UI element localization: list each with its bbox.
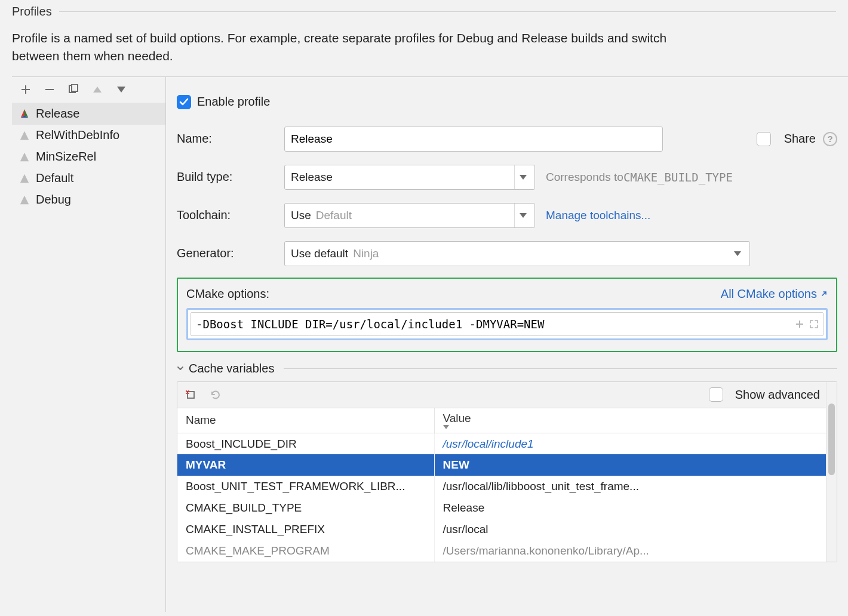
sidebar-profile-item[interactable]: Debug — [12, 189, 165, 211]
profile-form: Enable profile Name: Share ? Build type: — [166, 77, 848, 612]
show-advanced-label: Show advanced — [735, 388, 820, 402]
share-help-icon[interactable]: ? — [823, 132, 837, 146]
cache-cell-name: MYVAR — [177, 454, 434, 476]
cache-toolbar: Show advanced — [177, 382, 826, 408]
move-up-button[interactable] — [90, 82, 105, 97]
cache-table-row[interactable]: CMAKE_MAKE_PROGRAM/Users/marianna.konone… — [177, 540, 826, 562]
remove-profile-button[interactable] — [42, 82, 57, 97]
external-link-icon — [821, 290, 828, 297]
cache-table-row[interactable]: MYVARNEW — [177, 454, 826, 476]
toolchain-row: Toolchain: Use Default Manage toolchains… — [177, 201, 837, 230]
sidebar-profile-item[interactable]: Release — [12, 103, 165, 125]
svg-rect-0 — [45, 89, 54, 90]
sidebar-profile-item[interactable]: RelWithDebInfo — [12, 125, 165, 146]
cache-variables-header[interactable]: Cache variables — [177, 362, 837, 375]
cache-cell-value: Release — [434, 497, 826, 519]
show-advanced-checkbox[interactable] — [709, 387, 723, 402]
cache-table-row[interactable]: CMAKE_BUILD_TYPERelease — [177, 497, 826, 519]
cmake-triangle-icon — [19, 195, 30, 205]
undo-icon — [210, 389, 220, 400]
plus-icon — [795, 320, 804, 328]
chevron-down-icon — [734, 251, 741, 256]
cmake-options-input-wrap — [186, 308, 828, 340]
sidebar-profile-label: MinSizeRel — [36, 150, 96, 164]
build-type-value: Release — [291, 171, 333, 184]
toolchain-value: Default — [316, 209, 352, 222]
cmake-triangle-icon — [19, 130, 30, 141]
share-label: Share — [784, 132, 816, 146]
section-title-text: Profiles — [12, 5, 52, 19]
cmake-options-add-button[interactable] — [795, 320, 804, 328]
cache-cell-value: /Users/marianna.kononenko/Library/Ap... — [434, 540, 826, 562]
cache-cell-name: Boost_UNIT_TEST_FRAMEWORK_LIBR... — [177, 476, 434, 497]
manage-toolchains-link[interactable]: Manage toolchains... — [546, 209, 650, 222]
toolchain-combo[interactable]: Use Default — [284, 203, 535, 228]
move-down-button[interactable] — [113, 82, 129, 97]
copy-icon — [68, 84, 79, 95]
section-description: Profile is a named set of build options.… — [0, 19, 705, 76]
cache-table-row[interactable]: CMAKE_INSTALL_PREFIX/usr/local — [177, 519, 826, 540]
toolchain-label: Toolchain: — [177, 208, 284, 222]
cache-variables-rule — [284, 368, 837, 369]
generator-combo[interactable]: Use default Ninja — [284, 241, 750, 266]
chevron-down-icon — [177, 365, 184, 372]
profiles-sidebar: ReleaseRelWithDebInfoMinSizeRelDefaultDe… — [12, 77, 166, 612]
cache-cell-name: CMAKE_INSTALL_PREFIX — [177, 519, 434, 540]
cache-cell-value: /usr/local — [434, 519, 826, 540]
cache-reset-button[interactable] — [183, 387, 199, 402]
copy-profile-button[interactable] — [66, 82, 81, 97]
enable-profile-label: Enable profile — [197, 95, 270, 109]
cache-cell-value: NEW — [434, 454, 826, 476]
cmake-options-expand-button[interactable] — [810, 320, 818, 328]
sidebar-profile-label: Default — [36, 171, 73, 185]
cache-table-row[interactable]: Boost_INCLUDE_DIR/usr/local/include1 — [177, 433, 826, 454]
sidebar-profile-label: Debug — [36, 193, 71, 207]
expand-icon — [810, 320, 818, 328]
all-cmake-options-link[interactable]: All CMake options — [721, 287, 828, 301]
cache-col-name[interactable]: Name — [177, 408, 434, 433]
enable-profile-row: Enable profile — [177, 88, 837, 116]
cmake-options-label: CMake options: — [186, 287, 269, 301]
cache-col-value[interactable]: Value — [434, 408, 826, 433]
svg-rect-2 — [72, 84, 78, 91]
cmake-options-input[interactable] — [191, 318, 795, 331]
generator-value: Ninja — [353, 247, 379, 260]
build-type-hint: Corresponds to CMAKE_BUILD_TYPE — [546, 171, 733, 184]
cache-cell-name: CMAKE_MAKE_PROGRAM — [177, 540, 434, 562]
cache-scrollbar[interactable] — [826, 382, 837, 562]
enable-profile-checkbox[interactable] — [177, 95, 191, 109]
cache-table-header-row: Name Value — [177, 408, 826, 433]
share-checkbox[interactable] — [757, 132, 771, 146]
section-header: Profiles — [0, 0, 848, 19]
build-type-label: Build type: — [177, 170, 284, 184]
check-icon — [179, 97, 189, 107]
sidebar-profile-item[interactable]: Default — [12, 168, 165, 189]
cache-scrollbar-thumb[interactable] — [828, 404, 835, 475]
sidebar-profile-label: RelWithDebInfo — [36, 128, 119, 142]
cache-table: Name Value Boost_INCLUDE_DIR/us — [177, 408, 826, 562]
minus-icon — [45, 85, 54, 94]
cache-variables-box: Show advanced Name Value — [177, 381, 837, 563]
cmake-triangle-icon — [19, 152, 30, 162]
name-input[interactable] — [284, 127, 663, 152]
add-profile-button[interactable] — [18, 82, 33, 97]
triangle-down-icon — [117, 87, 125, 93]
reset-icon — [186, 389, 196, 400]
triangle-up-icon — [93, 87, 102, 93]
cache-undo-button[interactable] — [207, 387, 223, 402]
build-type-row: Build type: Release Corresponds to CMAKE… — [177, 163, 837, 192]
cache-table-row[interactable]: Boost_UNIT_TEST_FRAMEWORK_LIBR.../usr/lo… — [177, 476, 826, 497]
cache-variables-section: Cache variables — [177, 362, 837, 563]
build-type-combo[interactable]: Release — [284, 165, 535, 190]
generator-label: Generator: — [177, 247, 284, 260]
chevron-down-icon — [520, 175, 527, 180]
sort-desc-icon — [443, 425, 818, 429]
cache-cell-name: Boost_INCLUDE_DIR — [177, 433, 434, 454]
generator-prefix: Use default — [291, 247, 348, 260]
cache-cell-value: /usr/local/lib/libboost_unit_test_frame.… — [434, 476, 826, 497]
sidebar-profile-item[interactable]: MinSizeRel — [12, 146, 165, 168]
profile-list: ReleaseRelWithDebInfoMinSizeRelDefaultDe… — [12, 103, 165, 612]
sidebar-toolbar — [12, 77, 165, 103]
cache-variables-title: Cache variables — [189, 362, 274, 375]
cmake-triangle-icon — [19, 173, 30, 184]
